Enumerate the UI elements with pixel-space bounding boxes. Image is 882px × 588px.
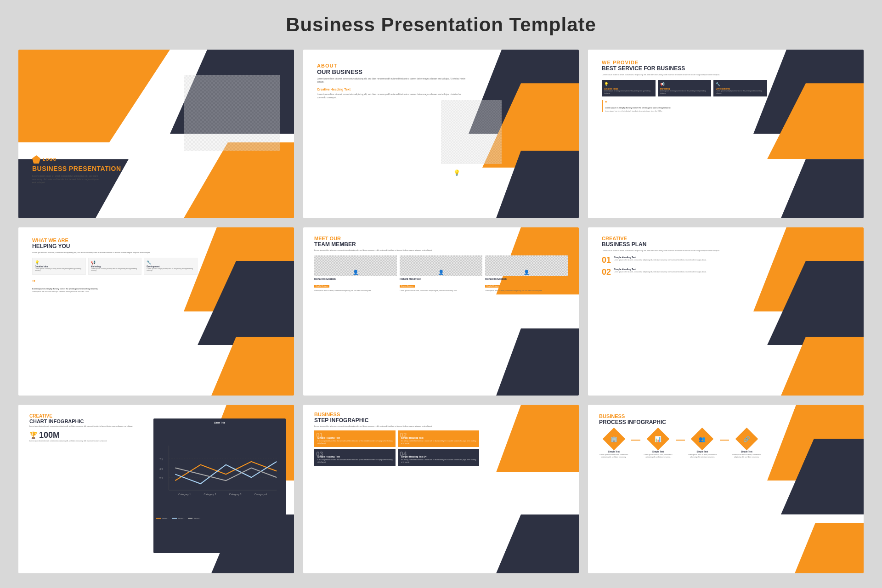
process-text-3: Lorem ipsum dolor sit amet, consectetur … bbox=[688, 454, 717, 458]
slide-about: ABOUT OUR BUSINESS Lorem ipsum dolor sit… bbox=[303, 50, 579, 218]
process-title-4: Simple Text bbox=[732, 451, 761, 453]
slide4-service-boxes: 💡 Creative Idea Lorem ipsum is simply du… bbox=[32, 258, 198, 275]
slide-step-infographic: BUSINESS STEP INFOGRAPHIC Lorem ipsum do… bbox=[303, 405, 579, 573]
team-role-2: Graphic Designer bbox=[400, 285, 415, 288]
process-text-1: Lorem ipsum dolor sit amet, consectetur … bbox=[599, 454, 628, 458]
slides-grid: LOGO BUSINESS PRESENTATION Lorem ipsum d… bbox=[0, 45, 882, 587]
slide8-content: BUSINESS STEP INFOGRAPHIC Lorem ipsum do… bbox=[314, 412, 493, 466]
slide5-body: Lorem ipsum dolor sit amet, consectetur … bbox=[314, 249, 479, 252]
team-role-1: Graphic Designer bbox=[314, 285, 329, 288]
slide8-heading-lg: STEP INFOGRAPHIC bbox=[314, 417, 493, 424]
logo-area: LOGO bbox=[32, 155, 121, 164]
chart-container: Chart Title Category 1 bbox=[153, 418, 286, 553]
svg-text:4.5: 4.5 bbox=[159, 467, 163, 470]
slide-what-we-are: WHAT WE ARE HELPING YOU Lorem ipsum dolo… bbox=[18, 227, 294, 396]
step-card-3: 03 Simple Heading Text It is a long esta… bbox=[314, 449, 396, 466]
diamond-2: 📊 bbox=[647, 427, 669, 450]
service-box-2: 📢 Marketing Lorem ipsum is simply dummy … bbox=[658, 80, 712, 96]
step-title-4: Simple Heading Text 04 bbox=[400, 455, 477, 458]
quote-text: Lorem ipsum is simply dummy text of the … bbox=[605, 107, 767, 109]
slide2-heading-lg: OUR BUSINESS bbox=[317, 68, 469, 75]
process-item-4: 🔗 Simple Text Lorem ipsum dolor sit amet… bbox=[732, 431, 761, 458]
legend-3: Series 3 bbox=[188, 517, 200, 520]
stat-icon: 🏆 bbox=[29, 431, 37, 439]
service-text-1: Lorem ipsum is simply dummy text of the … bbox=[35, 268, 83, 272]
slide2-creative-heading: Creative Heading Text bbox=[317, 88, 469, 91]
team-photo-3: 👤 bbox=[485, 255, 568, 276]
diamond-icon-4: 🔗 bbox=[743, 435, 750, 442]
plan-item-1: 01 Simple Heading Text Lorem ipsum dolor… bbox=[602, 256, 762, 264]
process-title-3: Simple Text bbox=[688, 451, 717, 453]
legend-1: Series 1 bbox=[156, 517, 169, 520]
step-text-2: It is a long established fact that a rea… bbox=[400, 440, 477, 445]
bg-dark-br bbox=[496, 328, 579, 396]
slide4-heading-sm: WHAT WE ARE bbox=[32, 237, 198, 243]
service-text-2: Lorem ipsum is simply dummy text of the … bbox=[660, 90, 709, 94]
step-num-3: 03 bbox=[316, 450, 323, 458]
service-box-1: 💡 Creative Idea Lorem ipsum is simply du… bbox=[32, 258, 86, 275]
team-card-3: 👤 Richard McClintock Graphic Designer Lo… bbox=[485, 255, 568, 292]
team-card-2: 👤 Richard McClintock Graphic Designer Lo… bbox=[400, 255, 482, 292]
slide7-body: Lorem ipsum dolor sit amet, consectetur … bbox=[29, 425, 153, 428]
process-row: 🏢 Simple Text Lorem ipsum dolor sit amet… bbox=[599, 431, 761, 458]
quote-sub: Lorem ipsum has been the industry's stan… bbox=[605, 110, 767, 113]
team-desc-1: Lorem ipsum dolor sit amet, consectetur … bbox=[314, 290, 397, 292]
service-text-2: Lorem ipsum is simply dummy text of the … bbox=[91, 268, 139, 272]
plan-num-1: 01 bbox=[602, 256, 611, 264]
diamond-1: 🏢 bbox=[602, 427, 625, 450]
service-icon-2: 📢 bbox=[91, 260, 139, 265]
bg-orange-br bbox=[211, 337, 294, 396]
service-text-3: Lorem ipsum is simply dummy text of the … bbox=[147, 268, 195, 272]
slide-business-plan: CREATIVE BUSINESS PLAN Lorem ipsum dolor… bbox=[588, 227, 864, 396]
slide7-stat-text: Lorem ipsum dolor sit amet, consectetur … bbox=[29, 440, 153, 442]
svg-text:Category 4: Category 4 bbox=[254, 493, 267, 496]
step-card-4: 04 Simple Heading Text 04 It is a long e… bbox=[398, 449, 479, 466]
team-desc-2: Lorem ipsum dolor sit amet, consectetur … bbox=[400, 290, 482, 292]
service-text-3: Lorem ipsum is simply dummy text of the … bbox=[716, 90, 765, 94]
team-photo-icon-1: 👤 bbox=[353, 270, 358, 275]
bg-orange-tl bbox=[18, 50, 170, 142]
connector-3 bbox=[720, 440, 729, 441]
process-title-2: Simple Text bbox=[643, 451, 673, 453]
slide5-heading-sm: MEET OUR bbox=[314, 236, 568, 241]
connector-2 bbox=[676, 440, 685, 441]
logo-text: LOGO bbox=[43, 157, 57, 162]
bg-orange-br bbox=[184, 142, 294, 218]
diamond-icon-1: 🏢 bbox=[611, 435, 617, 442]
slide6-heading-lg: BUSINESS PLAN bbox=[602, 241, 762, 248]
step-text-1: It is a long established fact that a rea… bbox=[317, 440, 393, 445]
slide2-heading-sm: ABOUT bbox=[317, 63, 469, 68]
page-title: Business Presentation Template bbox=[0, 0, 882, 45]
service-icon-1: 💡 bbox=[35, 260, 83, 265]
slide7-heading-lg: CHART INFOGRAPHIC bbox=[29, 418, 153, 424]
step-num-1: 01 bbox=[316, 431, 323, 439]
slide-team: MEET OUR TEAM MEMBER Lorem ipsum dolor s… bbox=[303, 227, 579, 396]
slide4-quote: " Lorem ipsum is simply dummy text of th… bbox=[32, 278, 198, 293]
svg-text:Category 1: Category 1 bbox=[178, 493, 191, 496]
slide7-content: CREATIVE CHART INFOGRAPHIC Lorem ipsum d… bbox=[29, 413, 153, 442]
slide3-heading-sm: WE PROVIDE bbox=[602, 60, 767, 65]
team-photo-2: 👤 bbox=[400, 255, 482, 276]
connector-1 bbox=[631, 440, 640, 441]
slide3-heading-lg: BEST SERVICE FOR BUSINESS bbox=[602, 65, 767, 72]
quote-sub: Lorem ipsum has been the industry's stan… bbox=[32, 291, 164, 293]
process-item-1: 🏢 Simple Text Lorem ipsum dolor sit amet… bbox=[599, 431, 628, 458]
plan-num-2: 02 bbox=[602, 268, 611, 276]
service-icon-1: 💡 bbox=[604, 82, 653, 86]
step-title-2: Simple Heading Text bbox=[400, 436, 477, 439]
slide2-body: Lorem ipsum dolor sit amet, consectetur … bbox=[317, 78, 469, 84]
slide5-heading-lg: TEAM MEMBER bbox=[314, 241, 568, 248]
svg-text:Category 3: Category 3 bbox=[229, 493, 242, 496]
service-icon-2: 📢 bbox=[660, 82, 709, 86]
slide7-heading-sm: CREATIVE bbox=[29, 413, 153, 418]
logo-icon bbox=[32, 155, 40, 164]
slide4-content: WHAT WE ARE HELPING YOU Lorem ipsum dolo… bbox=[32, 237, 198, 293]
service-box-2: 📢 Marketing Lorem ipsum is simply dummy … bbox=[88, 258, 142, 275]
bg-orange-br bbox=[795, 523, 864, 573]
legend-2: Series 2 bbox=[172, 517, 185, 520]
team-name-1: Richard McClintock bbox=[314, 277, 397, 280]
slide6-heading-sm: CREATIVE bbox=[602, 236, 762, 241]
service-box-3: 🔧 Development Lorem ipsum is simply dumm… bbox=[144, 258, 198, 275]
bg-dark-br bbox=[496, 514, 579, 573]
slide7-stat: 🏆 100M bbox=[29, 430, 153, 440]
